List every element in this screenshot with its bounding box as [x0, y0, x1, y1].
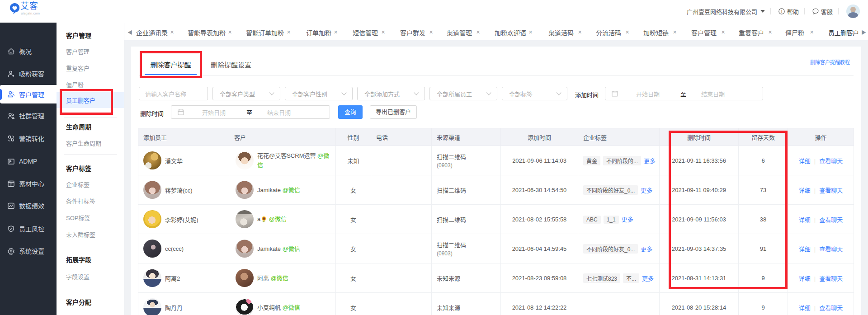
svg-text:!: !: [781, 9, 783, 14]
